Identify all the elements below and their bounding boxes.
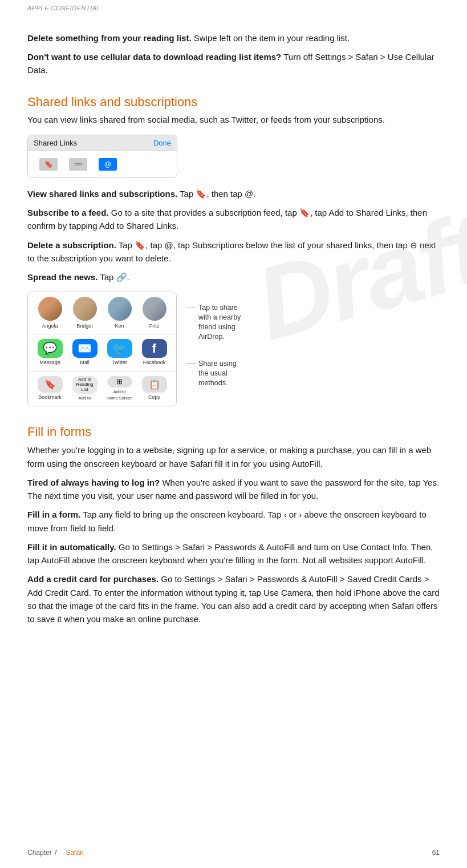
fill-in-forms-section: Fill in forms Whether you're logging in … xyxy=(27,422,440,625)
bottom-homescreen: ⊞ Add toHome Screen xyxy=(103,376,136,401)
shared-links-subtext: You can view links shared from social me… xyxy=(27,114,440,127)
name-angela: Angela xyxy=(42,322,58,330)
or-label: or xyxy=(289,510,297,519)
delete-reading-list-para: Delete something from your reading list.… xyxy=(27,31,440,45)
spread-news-para: Spread the news. Tap 🔗. xyxy=(27,271,440,284)
app-icon-mail: ✉️ xyxy=(72,339,98,358)
app-twitter: 🐦 Twitter xyxy=(103,339,136,367)
avatar-angela xyxy=(38,297,62,321)
app-name-facebook: Facebook xyxy=(143,359,166,367)
person-fritz: Fritz xyxy=(138,297,170,330)
people-row: Angela Bridget Ken Fritz xyxy=(28,292,176,334)
tired-login-para: Tired of always having to log in? When y… xyxy=(27,476,440,503)
credit-card-para: Add a credit card for purchases. Go to S… xyxy=(27,572,440,625)
footer: Chapter 7 Safari 61 xyxy=(0,847,467,858)
bottom-icon-bookmark: 🔖 xyxy=(38,376,63,393)
view-shared-bold: View shared links and subscriptions. xyxy=(27,189,177,199)
apple-confidential-label: APPLE CONFIDENTIAL xyxy=(27,0,440,19)
callout-dash-1 xyxy=(186,308,196,308)
bottom-name-homescreen: Add toHome Screen xyxy=(107,389,133,402)
avatar-ken xyxy=(108,297,132,321)
name-bridget: Bridget xyxy=(76,322,93,330)
avatar-fritz xyxy=(143,297,167,321)
view-shared-text: Tap 🔖, then tap @. xyxy=(177,189,255,199)
shared-links-section: Shared links and subscriptions You can v… xyxy=(27,92,440,406)
tired-login-bold: Tired of always having to log in? xyxy=(27,478,160,487)
fill-auto-bold: Fill it in automatically. xyxy=(27,542,116,552)
spread-news-container: Angela Bridget Ken Fritz 💬 xyxy=(27,292,440,406)
app-icon-facebook: f xyxy=(142,339,167,358)
app-mail: ✉️ Mail xyxy=(68,339,101,367)
shared-links-heading: Shared links and subscriptions xyxy=(27,92,440,111)
footer-page-number: 61 xyxy=(432,847,440,858)
fill-in-forms-heading: Fill in forms xyxy=(27,422,440,441)
bottom-name-copy: Copy xyxy=(148,394,160,402)
footer-chapter-separator xyxy=(60,847,64,858)
shared-links-icons-row: 🔖 👓 @ xyxy=(28,151,177,177)
app-name-message: Message xyxy=(39,359,60,367)
spread-bold: Spread the news. xyxy=(27,272,98,282)
app-message: 💬 Message xyxy=(34,339,66,367)
fill-form-bold: Fill in a form. xyxy=(27,510,80,519)
callout-dash-2 xyxy=(186,364,196,364)
bottom-icon-copy: 📋 xyxy=(142,376,167,393)
fill-intro-para: Whether you're logging in to a website, … xyxy=(27,443,440,470)
delete-reading-bold: Delete something from your reading list. xyxy=(27,33,192,43)
fill-form-para: Fill in a form. Tap any field to bring u… xyxy=(27,508,440,535)
spread-text: Tap 🔗. xyxy=(98,272,129,282)
reading-icon: 👓 xyxy=(69,158,87,171)
callout-share-text: Share usingthe usualmethods. xyxy=(198,359,237,388)
subscribe-bold: Subscribe to a feed. xyxy=(27,208,109,217)
app-icon-twitter: 🐦 xyxy=(107,339,132,358)
app-name-twitter: Twitter xyxy=(112,359,127,367)
no-cellular-para: Don't want to use cellular data to downl… xyxy=(27,50,440,77)
person-bridget: Bridget xyxy=(68,297,101,330)
shared-links-done[interactable]: Done xyxy=(153,138,171,149)
footer-chapter-name: Safari xyxy=(66,847,83,858)
bottom-name-addrl: Add to xyxy=(79,395,91,401)
bottom-name-bookmark: Bookmark xyxy=(38,394,62,402)
footer-chapter-label: Chapter 7 xyxy=(27,847,58,858)
callout-share: Share usingthe usualmethods. xyxy=(186,359,241,388)
footer-chapter: Chapter 7 Safari xyxy=(27,847,84,858)
delete-sub-bold: Delete a subscription. xyxy=(27,240,116,250)
bottom-icon-addrl: Add toReading List xyxy=(72,376,98,394)
name-ken: Ken xyxy=(115,322,124,330)
app-icon-message: 💬 xyxy=(38,339,63,358)
avatar-bridget xyxy=(73,297,97,321)
person-angela: Angela xyxy=(34,297,66,330)
callout-airdrop-text: Tap to sharewith a nearbyfriend usingAir… xyxy=(198,303,241,342)
name-fritz: Fritz xyxy=(149,322,160,330)
bottom-bookmark: 🔖 Bookmark xyxy=(34,376,66,401)
shared-links-titlebar: Shared Links Done xyxy=(28,135,177,152)
callout-labels: Tap to sharewith a nearbyfriend usingAir… xyxy=(186,292,241,387)
delete-reading-text: Swipe left on the item in your reading l… xyxy=(192,33,350,43)
shared-links-image: Shared Links Done 🔖 👓 @ xyxy=(27,135,177,178)
app-name-mail: Mail xyxy=(80,359,90,367)
bottom-row: 🔖 Bookmark Add toReading List Add to ⊞ A… xyxy=(28,372,176,406)
bottom-copy: 📋 Copy xyxy=(138,376,170,401)
delete-subscription-para: Delete a subscription. Tap 🔖, tap @, tap… xyxy=(27,239,440,265)
bottom-addrl: Add toReading List Add to xyxy=(68,376,101,401)
at-icon: @ xyxy=(99,158,117,171)
app-facebook: f Facebook xyxy=(138,339,170,367)
view-shared-links-para: View shared links and subscriptions. Tap… xyxy=(27,187,440,200)
credit-card-bold: Add a credit card for purchases. xyxy=(27,574,159,584)
callout-airdrop: Tap to sharewith a nearbyfriend usingAir… xyxy=(186,303,241,342)
bottom-icon-homescreen: ⊞ xyxy=(107,376,132,387)
fill-auto-para: Fill it in automatically. Go to Settings… xyxy=(27,540,440,567)
fill-form-text: Tap any field to bring up the onscreen k… xyxy=(27,510,427,532)
person-ken: Ken xyxy=(103,297,136,330)
subscribe-feed-para: Subscribe to a feed. Go to a site that p… xyxy=(27,206,440,233)
bookmark-icon: 🔖 xyxy=(39,158,58,171)
no-cellular-bold: Don't want to use cellular data to downl… xyxy=(27,52,281,62)
apps-row: 💬 Message ✉️ Mail 🐦 Twitter f Facebook xyxy=(28,334,176,372)
shared-links-title: Shared Links xyxy=(34,138,77,149)
spread-news-image: Angela Bridget Ken Fritz 💬 xyxy=(27,292,177,406)
